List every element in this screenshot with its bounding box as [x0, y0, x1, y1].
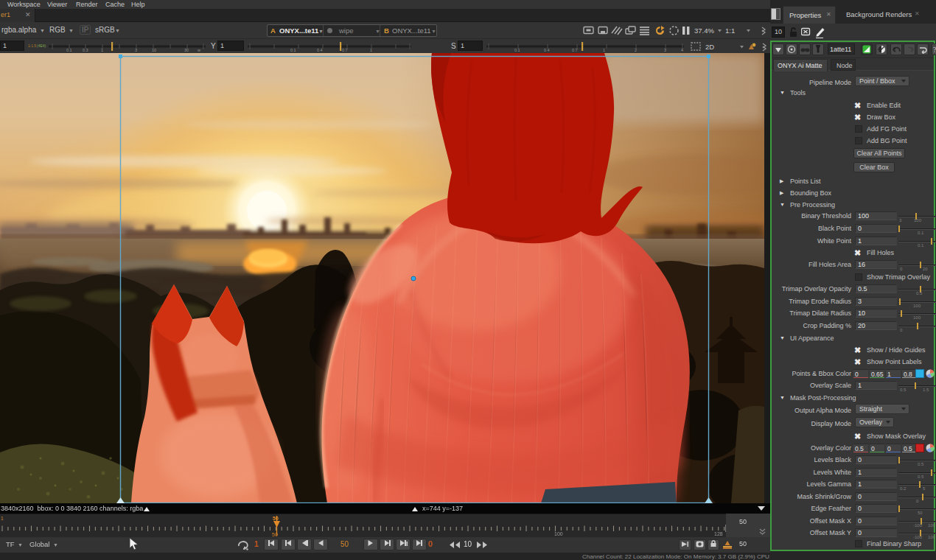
svg-text:0.4: 0.4 [317, 48, 323, 52]
svg-text:1: 1 [603, 48, 605, 52]
svg-text:4: 4 [681, 48, 683, 52]
svg-text:w: w [197, 48, 200, 52]
svg-text:0.1: 0.1 [514, 48, 520, 52]
svg-text:37.4%: 37.4% [694, 27, 714, 35]
svg-text:0.7: 0.7 [342, 48, 348, 52]
svg-text:3: 3 [664, 48, 666, 52]
svg-text:?: ? [933, 46, 936, 54]
svg-text:2: 2 [635, 48, 637, 52]
svg-text:100: 100 [554, 531, 563, 536]
svg-text:1: 1 [101, 48, 103, 52]
svg-text:50: 50 [272, 532, 278, 537]
svg-text:(4E4): (4E4) [37, 43, 46, 48]
svg-text:30: 30 [184, 48, 189, 52]
svg-text:3: 3 [135, 48, 137, 52]
svg-text:2D: 2D [705, 43, 714, 51]
svg-text:1:1.5: 1:1.5 [28, 43, 36, 48]
svg-text:50: 50 [273, 516, 279, 521]
svg-text:128: 128 [714, 531, 723, 536]
svg-text:1: 1 [1, 516, 4, 521]
svg-text:0.4: 0.4 [544, 48, 550, 52]
svg-text:1:1: 1:1 [725, 27, 735, 35]
svg-text:0.7: 0.7 [572, 48, 578, 52]
svg-text:10: 10 [152, 48, 156, 52]
svg-text:1: 1 [370, 48, 372, 52]
svg-text:0.1: 0.1 [290, 48, 296, 52]
svg-text:0.3: 0.3 [83, 48, 88, 52]
svg-text:0.1: 0.1 [66, 48, 72, 52]
